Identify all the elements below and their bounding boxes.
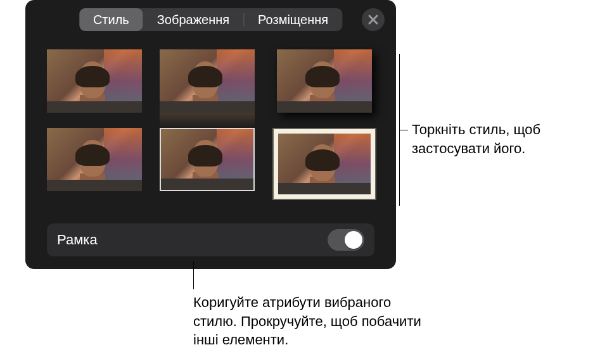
style-grid [47, 49, 374, 200]
tab-style-label: Стиль [93, 13, 129, 27]
callout-adjust-attributes: Коригуйте атрибути вибраного стилю. Прок… [193, 293, 434, 349]
format-tabs: Стиль Зображення Розміщення [79, 8, 342, 31]
style-preview [278, 134, 371, 194]
close-icon [367, 14, 379, 25]
style-thumb-6[interactable] [272, 128, 376, 200]
callout-leader-line [193, 261, 194, 289]
style-thumb-5[interactable] [160, 128, 255, 191]
tab-image-label: Зображення [157, 13, 229, 27]
switch-knob [345, 231, 362, 249]
callout-leader-line [399, 130, 408, 130]
tab-image[interactable]: Зображення [143, 8, 243, 31]
style-preview [160, 49, 255, 113]
style-thumb-1[interactable] [47, 49, 142, 113]
style-preview [47, 49, 142, 113]
format-panel: Стиль Зображення Розміщення [25, 0, 396, 269]
frame-label: Рамка [57, 232, 98, 248]
callout-tap-style: Торкніть стиль, щоб застосувати його. [412, 120, 596, 158]
style-preview [160, 128, 255, 191]
tab-style[interactable]: Стиль [79, 8, 143, 31]
style-preview [277, 49, 372, 113]
frame-switch[interactable] [328, 229, 364, 251]
style-thumb-3[interactable] [277, 49, 372, 113]
close-button[interactable] [362, 8, 385, 31]
tab-arrange-label: Розміщення [258, 13, 328, 27]
style-thumb-4[interactable] [47, 128, 142, 191]
style-preview [47, 128, 142, 191]
style-thumb-2[interactable] [160, 49, 255, 113]
tab-arrange[interactable]: Розміщення [244, 8, 342, 31]
frame-row: Рамка [47, 223, 374, 256]
